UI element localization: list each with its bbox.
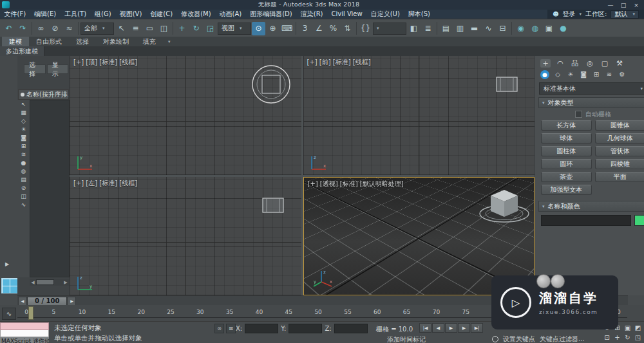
modify-tab-icon[interactable]: ◠ — [555, 59, 565, 68]
go-to-start-icon[interactable]: |◀ — [419, 323, 431, 333]
key-filters-button[interactable]: 关键点过滤器... — [540, 335, 585, 343]
object-type-button[interactable]: 圆锥体 — [595, 120, 644, 131]
menu-item[interactable]: 图形编辑器(D) — [246, 10, 297, 19]
menu-item[interactable]: Civil View — [327, 10, 366, 19]
menu-item[interactable]: 文件(F) — [0, 10, 30, 19]
redo-icon[interactable]: ↷ — [16, 22, 30, 35]
render-production-icon[interactable]: ● — [556, 22, 570, 35]
reference-coordinate-dropdown[interactable]: 视图 ▾ — [218, 23, 251, 35]
viewport-label[interactable]: [+] [顶] [标准] [线框] — [73, 58, 137, 67]
scroll-right-icon[interactable]: ▶ — [62, 280, 69, 285]
ribbon-tab[interactable]: 自由形式 — [29, 37, 69, 46]
selection-lock-icon[interactable]: ⊠ — [226, 324, 236, 333]
window-crossing-icon[interactable]: ◫ — [157, 22, 171, 35]
isolate-selection-icon[interactable]: ⊙ — [214, 324, 224, 333]
named-selection-sets-icon[interactable]: {} — [359, 22, 372, 35]
play-icon[interactable]: ▶ — [445, 323, 457, 333]
close-button[interactable]: × — [630, 2, 643, 8]
explorer-tab[interactable]: 显示 — [47, 64, 69, 74]
minimize-button[interactable]: — — [604, 2, 617, 8]
dock-expand-icon[interactable]: ▶ — [5, 261, 9, 267]
object-color-swatch[interactable] — [634, 215, 644, 226]
listener-pane[interactable] — [0, 330, 49, 337]
snaps-toggle-icon[interactable]: 3 — [298, 22, 312, 35]
viewport-label[interactable]: [+] [左] [标准] [线框] — [73, 179, 137, 188]
menu-item[interactable]: 渲染(R) — [296, 10, 327, 19]
zoom-extents-all-icon[interactable]: ◩ — [633, 323, 643, 332]
keyboard-override-icon[interactable]: ⌨ — [280, 22, 294, 35]
explorer-scrollbar[interactable]: ◀ ▶ — [30, 279, 69, 286]
scene-object-box-left[interactable] — [260, 196, 286, 215]
object-type-button[interactable]: 加强型文本 — [541, 185, 592, 195]
layer-explorer-toggle-icon[interactable]: ▥ — [453, 22, 467, 35]
scrollbar-thumb[interactable] — [36, 279, 54, 285]
coordinate-y-input[interactable] — [289, 324, 322, 333]
viewport-left[interactable]: [+] [左] [标准] [线框] y z — [70, 177, 301, 296]
ribbon-tab[interactable]: 建模 — [2, 37, 29, 46]
named-sets-dropdown[interactable]: ▾ — [373, 23, 406, 35]
set-key-button[interactable]: 设置关键点 — [503, 335, 535, 343]
explorer-filter-icon[interactable]: ▤ — [21, 177, 26, 183]
curve-editor-icon[interactable]: ∿ — [482, 22, 495, 35]
ribbon-toggle-icon[interactable]: ▬ — [468, 22, 481, 35]
explorer-filter-icon[interactable]: ▦ — [21, 110, 26, 116]
explorer-filter-icon[interactable]: ↖ — [21, 102, 26, 107]
login-button[interactable]: 登录 — [563, 10, 576, 19]
rendered-frame-window-icon[interactable]: ▣ — [542, 22, 556, 35]
select-and-scale-icon[interactable]: ◲ — [204, 22, 217, 35]
current-frame-marker[interactable] — [28, 306, 33, 320]
polygon-modeling-panel[interactable]: 多边形建模 — [0, 46, 44, 56]
object-type-button[interactable]: 圆环 — [541, 159, 592, 169]
explorer-filter-icon[interactable]: ● — [21, 160, 26, 166]
object-type-button[interactable]: 管状体 — [595, 146, 644, 156]
select-object-icon[interactable]: ↖ — [115, 22, 128, 35]
menu-item[interactable]: 组(G) — [91, 10, 116, 19]
render-setup-icon[interactable]: ◍ — [528, 22, 542, 35]
next-frame-icon[interactable]: ▶ — [67, 297, 76, 306]
explorer-tab[interactable]: 选择 — [24, 64, 46, 74]
add-time-tag-button[interactable]: 添加时间标记 — [387, 335, 426, 343]
go-to-end-icon[interactable]: ▶| — [471, 323, 483, 333]
ribbon-tab[interactable]: 填充 — [136, 37, 163, 46]
explorer-filter-icon[interactable]: ◙ — [21, 135, 26, 141]
scene-explorer-list[interactable] — [30, 100, 70, 277]
ribbon-minimize-icon[interactable]: ▾ — [163, 37, 176, 46]
set-key-icon[interactable] — [492, 336, 498, 342]
menu-item[interactable]: 自定义(U) — [366, 10, 404, 19]
object-type-button[interactable]: 几何球体 — [595, 133, 644, 144]
macro-recorder-pane[interactable] — [0, 322, 49, 330]
spinner-snap-icon[interactable]: ⇅ — [341, 22, 354, 35]
explorer-filter-icon[interactable]: ◍ — [21, 169, 26, 174]
space-warps-category-icon[interactable]: ≋ — [605, 70, 614, 79]
shapes-category-icon[interactable]: ◇ — [553, 70, 562, 79]
undo-icon[interactable]: ↶ — [2, 22, 15, 35]
menu-item[interactable]: 编辑(E) — [30, 10, 61, 19]
systems-category-icon[interactable]: ⚙ — [618, 70, 627, 79]
bind-to-space-warp-icon[interactable]: ≈ — [62, 22, 76, 35]
select-and-link-icon[interactable]: ∞ — [34, 22, 48, 35]
name-color-rollout-header[interactable]: ▾ 名称和颜色 — [538, 201, 644, 212]
use-pivot-center-icon[interactable]: ⊙ — [252, 22, 265, 35]
app-logo-icon[interactable] — [2, 1, 10, 8]
scene-object-tube-top[interactable] — [250, 63, 292, 106]
explorer-filter-icon[interactable]: ◇ — [21, 118, 26, 124]
motion-tab-icon[interactable]: ◎ — [585, 59, 595, 68]
next-frame-icon[interactable]: ▶ — [458, 323, 470, 333]
schematic-view-icon[interactable]: ⊟ — [496, 22, 509, 35]
mini-curve-editor-icon[interactable]: ∿ — [2, 308, 16, 320]
utilities-tab-icon[interactable]: ⚒ — [614, 59, 625, 68]
helpers-category-icon[interactable]: ⊞ — [592, 70, 601, 79]
explorer-filter-icon[interactable]: ⊘ — [21, 185, 26, 191]
maximize-button[interactable]: □ — [617, 2, 630, 8]
viewport-label[interactable]: [+] [透视] [标准] [默认明暗处理] — [308, 180, 404, 189]
align-icon[interactable]: ≣ — [421, 22, 435, 35]
angle-snap-icon[interactable]: ∠ — [312, 22, 326, 35]
coordinate-x-input[interactable] — [245, 324, 278, 333]
autogrid-checkbox[interactable] — [575, 111, 582, 118]
explorer-filter-icon[interactable]: ∿ — [21, 202, 26, 208]
pan-icon[interactable]: + — [612, 333, 622, 342]
zoom-extents-icon[interactable]: ▣ — [623, 323, 632, 332]
maximize-viewport-icon[interactable]: ◳ — [633, 333, 643, 342]
hierarchy-tab-icon[interactable]: 品 — [570, 59, 580, 68]
viewport-front[interactable]: [+] [前] [标准] [线框] x z — [303, 56, 535, 175]
